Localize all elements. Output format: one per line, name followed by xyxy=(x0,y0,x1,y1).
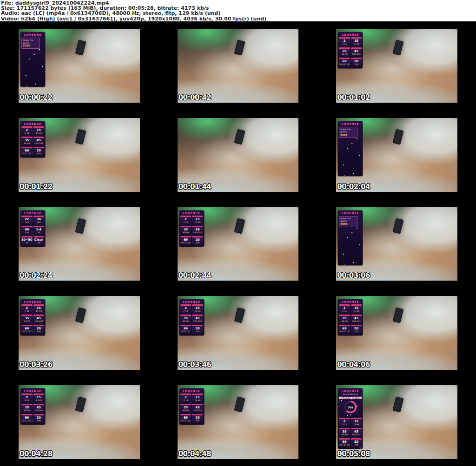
tip-tile: 22-11 xyxy=(339,304,350,314)
tip-tile: 22-11 xyxy=(21,126,33,136)
tip-tile: 69202-11111 xyxy=(21,325,33,334)
video-frame-thumbnail: LOVENSE 22-111512-443545-9945100-2016920… xyxy=(178,385,299,459)
tip-tile: 10~5050 xyxy=(21,236,33,245)
responding-to-username: Blackangel9900 xyxy=(338,396,363,400)
frame-timestamp: 00:01:02 xyxy=(337,93,370,102)
countdown-time: 30s xyxy=(346,402,355,412)
tip-menu-overlay: LOVENSE 22-111512-443545-9945100-2016920… xyxy=(20,388,45,425)
tip-menu-tiles: 22-111512-443545-9945100-20169202-111112… xyxy=(338,37,363,67)
tip-tile: 69202-11111 xyxy=(339,438,350,447)
lovense-logo: LOVENSE xyxy=(20,121,45,126)
tip-tile: 3545-99 xyxy=(21,315,33,324)
tip-tile: 22-11 xyxy=(180,216,192,225)
lovense-logo: LOVENSE xyxy=(338,299,363,304)
tip-tile: 1512-44 xyxy=(192,304,203,314)
phone-shape xyxy=(393,396,404,412)
video-frame-thumbnail: LOVENSE 22-111512-443545-9945100-2016920… xyxy=(336,296,457,370)
tip-tile: 20100 xyxy=(192,414,203,423)
frame-timestamp: 00:03:06 xyxy=(337,271,370,280)
video-frame-thumbnail: LOVENSE 2212030160402001-42510~5050Clear… xyxy=(19,207,140,281)
frame-timestamp: 00:00:42 xyxy=(178,93,212,102)
goal-caption-text: Power the queen xyxy=(23,39,39,44)
lovense-logo: LOVENSE xyxy=(179,388,204,393)
frame-timestamp: 00:00:22 xyxy=(20,93,53,102)
file-metadata-header: File: daddysgirl9_202410042224.mp4 Size:… xyxy=(0,0,476,21)
tip-tile: 3545-99 xyxy=(339,428,350,437)
tip-tile: 3545-99 xyxy=(339,315,350,324)
tip-tile: 22-11 xyxy=(21,304,33,314)
tip-menu-tiles: 22-111512-443545-9945100-20169202-111112… xyxy=(179,304,204,334)
tip-tile: 3545-99 xyxy=(339,47,350,57)
tip-tile: 1512-44 xyxy=(351,37,362,46)
video-frame-thumbnail: 00:00:42 xyxy=(178,29,299,103)
tip-menu-overlay: LOVENSE 2212030160402001-42510~5050Clear… xyxy=(20,210,45,247)
tip-menu-tiles: 22-111512-443545-9945100-20169202-111112… xyxy=(20,304,45,334)
tip-tile: 20100 xyxy=(33,325,45,334)
phone-shape xyxy=(75,218,86,234)
phone-shape xyxy=(393,307,404,323)
video-frame-thumbnail: LOVENSE 22-111512-443545-9945100-2016920… xyxy=(336,29,457,103)
tip-tile: 45100-201 xyxy=(351,315,362,324)
tip-menu-overlay: LOVENSE Responding to Blackangel9900 30s… xyxy=(338,388,363,449)
tip-menu-tiles: 2212030160402001-42510~5050Clear10 xyxy=(20,215,45,245)
tip-tile: 69202-11111 xyxy=(339,325,350,334)
tip-tile: 45100-201 xyxy=(33,315,45,324)
frame-timestamp: 00:05:08 xyxy=(337,450,370,458)
tip-menu-overlay: LOVENSE 22-111512-443545-9945100-2016920… xyxy=(179,210,204,247)
meta-video-line: Video: h264 (High) (avc1 / 0x31637661), … xyxy=(1,16,476,21)
phone-shape xyxy=(234,307,245,323)
tip-tile: 3545-99 xyxy=(21,404,33,413)
lovense-logo: LOVENSE xyxy=(179,210,204,215)
tip-tile: 3545-99 xyxy=(180,226,192,235)
tip-menu-overlay: LOVENSE 22-111512-443545-9945100-2016920… xyxy=(20,121,45,158)
lovense-logo: LOVENSE xyxy=(338,32,363,37)
tip-tile: 69202-11111 xyxy=(21,414,33,423)
tip-tile: 69202-11111 xyxy=(180,236,192,245)
phone-shape xyxy=(234,129,245,145)
tip-menu-tiles: 22-111512-443545-9945100-20169202-111112… xyxy=(338,304,363,334)
tip-tile: Clear10 xyxy=(33,236,45,245)
frame-timestamp: 00:04:06 xyxy=(337,361,370,369)
tip-tile: 20100 xyxy=(33,414,45,423)
frame-timestamp: 00:03:26 xyxy=(20,361,53,369)
lovense-logo: LOVENSE xyxy=(20,388,45,393)
tip-tile: 45100-201 xyxy=(33,137,45,146)
thumbnail-grid: LOVENSE Power the queen 5555 00:00:22 00… xyxy=(0,21,476,466)
tip-menu-overlay: LOVENSE 22-111512-443545-9945100-2016920… xyxy=(338,32,363,68)
tip-menu-tiles: 22-111512-443545-9945100-20169202-111112… xyxy=(179,393,204,423)
tip-menu-overlay: LOVENSE Power the queen 5555 xyxy=(20,32,45,87)
video-frame-thumbnail: LOVENSE Power the queen 5555 00:00:22 xyxy=(19,29,140,103)
tip-menu-overlay: LOVENSE Power the queen 5555 xyxy=(338,210,363,265)
video-frame-thumbnail: LOVENSE 22-111512-443545-9945100-2016920… xyxy=(178,207,299,281)
lovense-logo: LOVENSE xyxy=(20,210,45,215)
tip-tile: 69202-11111 xyxy=(180,414,192,423)
tip-tile: 45100-201 xyxy=(192,404,203,413)
tip-tile: 22-11 xyxy=(180,394,192,403)
frame-timestamp: 00:02:24 xyxy=(20,271,53,280)
video-frame-thumbnail: LOVENSE 22-111512-443545-9945100-2016920… xyxy=(19,296,140,370)
tip-menu-overlay: LOVENSE 22-111512-443545-9945100-2016920… xyxy=(179,388,204,425)
tip-tile: 69202-11111 xyxy=(21,147,33,156)
tip-tile: 1512-44 xyxy=(33,304,45,314)
tip-tile: 45100-201 xyxy=(351,47,362,57)
frame-timestamp: 00:01:22 xyxy=(20,183,53,191)
tip-menu-tiles: 22-111512-443545-9945100-20169202-111112… xyxy=(20,393,45,423)
tip-tile: 40200 xyxy=(21,226,33,235)
tip-tile: 3545-99 xyxy=(21,137,33,146)
tip-tile: 22-11 xyxy=(339,418,350,427)
tip-tile: 69202-11111 xyxy=(180,325,192,334)
tip-tile: 22-11 xyxy=(339,37,350,46)
tip-tile: 1512-44 xyxy=(33,126,45,136)
tip-tile: 22-11 xyxy=(180,304,192,314)
video-frame-thumbnail: LOVENSE Power the queen 5555 00:02:04 xyxy=(336,118,457,192)
lovense-logo: LOVENSE xyxy=(338,121,363,126)
goal-caption-value: 5555 xyxy=(340,133,356,137)
phone-shape xyxy=(393,40,404,56)
alert-icon: ! xyxy=(338,413,363,417)
phone-shape xyxy=(234,40,245,56)
lovense-logo: LOVENSE xyxy=(20,299,45,304)
tip-tile: 45100-201 xyxy=(351,428,362,437)
frame-timestamp: 00:02:44 xyxy=(178,271,212,280)
video-contact-sheet: File: daddysgirl9_202410042224.mp4 Size:… xyxy=(0,0,476,466)
goal-caption-text: Power the queen xyxy=(340,128,356,133)
